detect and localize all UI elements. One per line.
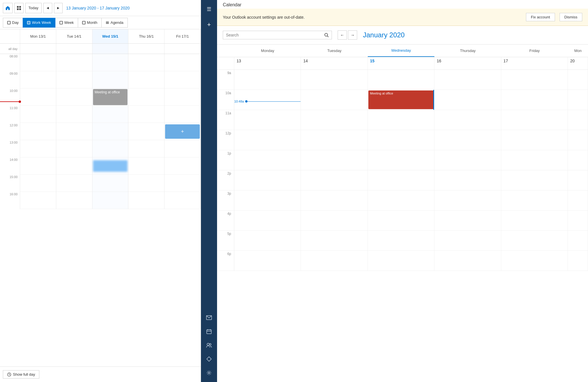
cell-0800-fri[interactable]	[165, 54, 201, 71]
mini-date-15[interactable]: 15	[368, 57, 434, 70]
tab-week[interactable]: Week	[55, 18, 78, 28]
mini-cell-2p-wed[interactable]	[368, 170, 434, 190]
mini-cell-4p-thu[interactable]	[434, 211, 501, 230]
mini-cell-6p-mon2[interactable]	[568, 251, 588, 271]
mini-cell-12p-wed[interactable]	[368, 130, 434, 150]
show-full-day-button[interactable]: Show full day	[3, 370, 39, 379]
cell-1300-thu[interactable]	[128, 140, 165, 157]
cell-1000-tue[interactable]	[56, 88, 92, 106]
allday-fri[interactable]	[165, 44, 201, 54]
cell-1500-wed[interactable]	[92, 175, 129, 192]
prev-month-button[interactable]: ←	[338, 30, 347, 40]
mini-cell-9a-mon[interactable]	[234, 70, 301, 90]
cell-1500-mon[interactable]	[20, 175, 56, 192]
allday-wed[interactable]	[92, 44, 129, 54]
cell-1200-wed[interactable]	[92, 123, 129, 140]
cell-1600-wed[interactable]	[92, 192, 129, 209]
add-item-button[interactable]: +	[203, 18, 215, 31]
cell-0900-mon[interactable]	[20, 71, 56, 88]
mini-cell-2p-mon[interactable]	[234, 170, 301, 190]
mini-cell-10a-tue[interactable]	[301, 90, 368, 110]
cell-1300-mon[interactable]	[20, 140, 56, 157]
mini-cell-9a-tue[interactable]	[301, 70, 368, 90]
mini-cell-11a-fri[interactable]	[501, 110, 568, 130]
cell-1600-fri[interactable]	[165, 192, 201, 209]
cell-1300-wed[interactable]	[92, 140, 129, 157]
cell-1600-thu[interactable]	[128, 192, 165, 209]
mini-cell-6p-tue[interactable]	[301, 251, 368, 271]
cell-1000-mon[interactable]	[20, 88, 56, 106]
mini-cell-3p-fri[interactable]	[501, 190, 568, 210]
mini-cell-10a-mon2[interactable]	[568, 90, 588, 110]
mini-cell-12p-fri[interactable]	[501, 130, 568, 150]
mini-date-16[interactable]: 16	[434, 57, 501, 70]
mini-cell-5p-wed[interactable]	[368, 231, 434, 250]
tab-work-week[interactable]: Work Week	[23, 18, 55, 28]
mini-cell-2p-fri[interactable]	[501, 170, 568, 190]
mini-cell-1p-mon2[interactable]	[568, 150, 588, 170]
hamburger-menu[interactable]: ☰	[203, 3, 215, 16]
cell-0900-thu[interactable]	[128, 71, 165, 88]
mini-cell-9a-fri[interactable]	[501, 70, 568, 90]
mini-cell-11a-mon2[interactable]	[568, 110, 588, 130]
cell-1200-tue[interactable]	[56, 123, 92, 140]
cell-1100-wed[interactable]	[92, 106, 129, 123]
cell-0800-tue[interactable]	[56, 54, 92, 71]
cell-0900-tue[interactable]	[56, 71, 92, 88]
mini-cell-5p-tue[interactable]	[301, 231, 368, 250]
cell-1300-fri[interactable]	[165, 140, 201, 157]
cell-1200-thu[interactable]	[128, 123, 165, 140]
mini-cell-9a-thu[interactable]	[434, 70, 501, 90]
mini-cell-10a-thu[interactable]	[434, 90, 501, 110]
mini-cell-5p-mon[interactable]	[234, 231, 301, 250]
cell-1400-thu[interactable]	[128, 157, 165, 175]
people-nav-item[interactable]	[203, 339, 215, 352]
new-event-button[interactable]: +	[165, 124, 200, 139]
cell-1400-mon[interactable]	[20, 157, 56, 175]
mini-cell-4p-wed[interactable]	[368, 211, 434, 230]
cell-0800-mon[interactable]	[20, 54, 56, 71]
fix-account-button[interactable]: Fix account	[526, 13, 555, 21]
mini-cell-11a-thu[interactable]	[434, 110, 501, 130]
mini-cell-12p-tue[interactable]	[301, 130, 368, 150]
cell-1500-tue[interactable]	[56, 175, 92, 192]
cell-1200-mon[interactable]	[20, 123, 56, 140]
cell-0900-wed[interactable]	[92, 71, 129, 88]
meeting-office-event[interactable]: Meeting at office	[93, 89, 128, 105]
mini-cell-2p-tue[interactable]	[301, 170, 368, 190]
mini-cell-9a-wed[interactable]	[368, 70, 434, 90]
cell-1000-thu[interactable]	[128, 88, 165, 106]
mini-cell-6p-mon[interactable]	[234, 251, 301, 271]
mini-cell-4p-fri[interactable]	[501, 211, 568, 230]
mail-nav-item[interactable]	[203, 311, 215, 324]
mini-cell-5p-thu[interactable]	[434, 231, 501, 250]
grid-button[interactable]	[14, 3, 24, 13]
blurred-event[interactable]	[93, 160, 128, 172]
next-button[interactable]: ►	[54, 3, 63, 13]
mini-cell-3p-wed[interactable]	[368, 190, 434, 210]
mini-cell-12p-mon[interactable]	[234, 130, 301, 150]
tab-agenda[interactable]: Agenda	[101, 18, 128, 28]
allday-thu[interactable]	[128, 44, 165, 54]
search-input[interactable]	[226, 33, 322, 37]
mini-date-20[interactable]: 20	[568, 57, 588, 70]
cell-1600-tue[interactable]	[56, 192, 92, 209]
mini-cell-10a-fri[interactable]	[501, 90, 568, 110]
tab-day[interactable]: Day	[3, 18, 23, 28]
mini-cell-1p-mon[interactable]	[234, 150, 301, 170]
search-box[interactable]	[223, 31, 332, 39]
cell-1400-wed[interactable]	[92, 157, 129, 175]
mini-cell-2p-thu[interactable]	[434, 170, 501, 190]
cell-1100-thu[interactable]	[128, 106, 165, 123]
mini-cell-1p-tue[interactable]	[301, 150, 368, 170]
settings-nav-item[interactable]	[203, 366, 215, 379]
mini-cell-10a-mon[interactable]: 10:48a	[234, 90, 301, 110]
mini-cell-3p-mon[interactable]	[234, 190, 301, 210]
dismiss-button[interactable]: Dismiss	[560, 13, 583, 21]
mini-date-14[interactable]: 14	[301, 57, 368, 70]
mini-cell-6p-fri[interactable]	[501, 251, 568, 271]
mini-cell-3p-mon2[interactable]	[568, 190, 588, 210]
cell-1400-fri[interactable]	[165, 157, 201, 175]
cell-1000-wed[interactable]: Meeting at office	[92, 88, 129, 106]
mini-cell-11a-tue[interactable]	[301, 110, 368, 130]
